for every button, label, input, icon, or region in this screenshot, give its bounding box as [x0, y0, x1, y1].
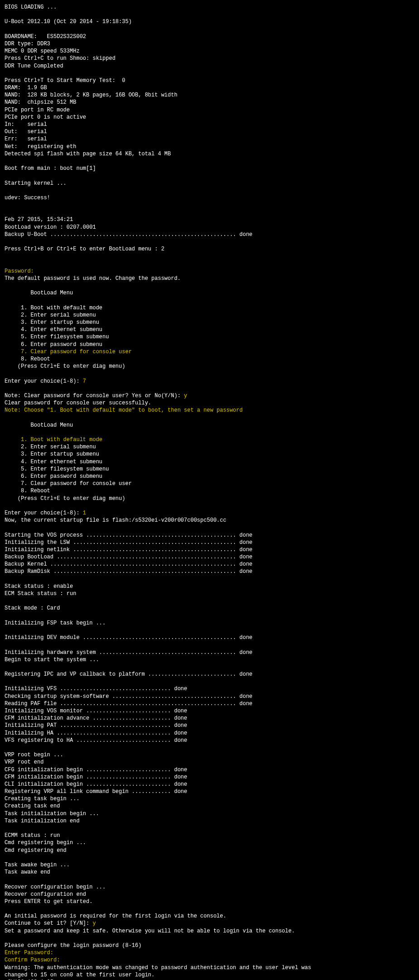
terminal-span: Enter your choice(1-8): [5, 378, 83, 384]
terminal-line: Detected spi flash with page size 64 KB,… [5, 151, 171, 157]
terminal-line: Confirm Password: [5, 957, 60, 963]
terminal-line: Initializing VOS monitor ...............… [5, 708, 187, 714]
terminal-line: Checking startup system-software .......… [5, 693, 252, 700]
terminal-line: Err: serial [5, 136, 47, 142]
terminal-line: Initializing PAT .......................… [5, 722, 187, 729]
terminal-line: Enter Password: [5, 950, 53, 956]
terminal-span: 1 [83, 510, 86, 516]
terminal-line: MEMC 0 DDR speed 533MHz [5, 48, 80, 54]
terminal-line: BOARDNAME: ES5D2S32S002 [5, 34, 86, 40]
terminal-line: Press Ctrl+B or Ctrl+E to enter BootLoad… [5, 246, 164, 252]
terminal-line: In: serial [5, 121, 47, 128]
terminal-line: Press ENTER to get started. [5, 898, 92, 905]
terminal-span: Continue to set it? [Y/N]: [5, 920, 92, 927]
terminal-line: Initializing hardware system ...........… [5, 649, 252, 656]
terminal-line: 6. Enter password submenu [5, 341, 102, 348]
terminal-line: Recover configuration end [5, 891, 86, 898]
terminal-line: NAND: chipsize 512 MB [5, 99, 76, 106]
terminal-line: Initializing FSP task begin ... [5, 620, 106, 626]
terminal-line: Stack mode : Card [5, 605, 60, 611]
terminal-line: Warning: The authentication mode was cha… [5, 965, 311, 971]
terminal-line: Reading PAF file .......................… [5, 701, 252, 707]
terminal-line: 4. Enter ethernet submenu [5, 459, 102, 465]
terminal-line: Cmd registering begin ... [5, 840, 86, 846]
terminal-line: Task awake end [5, 869, 50, 875]
terminal-line: Please configure the login password (8-1… [5, 942, 141, 949]
terminal-line: Cmd registering end [5, 847, 67, 854]
terminal-span: y [184, 393, 187, 399]
terminal-line: Backup RamDisk .........................… [5, 568, 252, 575]
terminal-line: Initializing DEV module ................… [5, 634, 252, 641]
terminal-line: CFG initialization begin ...............… [5, 767, 187, 773]
terminal-line: Creating task begin ... [5, 796, 80, 802]
terminal-line: changed to 15 on con0 at the first user … [5, 972, 154, 978]
terminal-line: PCIe port in RC mode [5, 107, 70, 113]
terminal-line: CLI initialization begin ...............… [5, 781, 187, 788]
terminal-line: Stack status : enable [5, 583, 73, 590]
terminal-line: An initial password is required for the … [5, 913, 226, 919]
terminal-line: 5. Enter filesystem submenu [5, 334, 109, 340]
terminal-line: 3. Enter startup submenu [5, 451, 99, 457]
terminal-line: U-Boot 2012.10 (Oct 20 2014 - 19:18:35) [5, 19, 132, 25]
terminal-line: Task initialization begin ... [5, 811, 99, 817]
terminal-line: BootLoad version : 0207.0001 [5, 224, 96, 231]
terminal-line: Initializing VFS .......................… [5, 686, 187, 692]
terminal-line: BIOS LOADING ... [5, 4, 57, 10]
terminal-line: Backup Kernel ..........................… [5, 561, 252, 567]
terminal-span: 7 [83, 378, 86, 384]
terminal-line: Starting kernel ... [5, 180, 67, 187]
terminal-line: BootLoad Menu [5, 422, 73, 428]
terminal-line: Now, the current startup file is flash:/… [5, 517, 226, 524]
terminal-line: The default password is used now. Change… [5, 275, 181, 282]
terminal-line: Initializing netlink ...................… [5, 547, 252, 553]
terminal-line: ECMM status : run [5, 832, 60, 839]
terminal-line: (Press Ctrl+E to enter diag menu) [5, 363, 125, 370]
terminal-line: 1. Boot with default mode [5, 305, 102, 311]
terminal-line: 4. Enter ethernet submenu [5, 327, 102, 333]
terminal-line: Press Ctrl+T to Start Memory Test: 0 [5, 77, 125, 84]
terminal-line: 6. Enter password submenu [5, 473, 102, 480]
terminal-line: 2. Enter serial submenu [5, 444, 96, 450]
terminal-line: DDR Tune Completed [5, 63, 63, 69]
terminal-line: Clear password for console user successf… [5, 400, 151, 406]
terminal-line: Task initialization end [5, 818, 80, 824]
terminal-line: 1. Boot with default mode [5, 437, 102, 443]
terminal-line: Starting the VOS process ...............… [5, 532, 252, 538]
terminal-line: VRP root begin ... [5, 752, 63, 758]
terminal-line: DDR type: DDR3 [5, 41, 50, 47]
terminal-line: Password: [5, 268, 34, 274]
terminal-line: Creating task end [5, 803, 60, 809]
terminal-line: NAND: 128 KB blocks, 2 KB pages, 16B OOB… [5, 92, 178, 98]
terminal-line: 8. Reboot [5, 356, 50, 362]
terminal-line: DRAM: 1.9 GB [5, 85, 47, 91]
terminal-line: Initializing the LSW ...................… [5, 539, 252, 546]
terminal-line: Net: registering eth [5, 144, 76, 150]
terminal-line: ECM Stack status : run [5, 591, 76, 597]
terminal-line: Backup BootLoad ........................… [5, 554, 252, 560]
terminal-line: Begin to start the system ... [5, 657, 99, 663]
terminal-line: BootLoad Menu [5, 290, 73, 296]
terminal-line: 8. Reboot [5, 488, 50, 494]
terminal-line: Set a password and keep it safe. Otherwi… [5, 928, 295, 934]
terminal-line: udev: Success! [5, 195, 50, 201]
terminal-span: Enter your choice(1-8): [5, 510, 83, 516]
terminal-line: Initializing HA ........................… [5, 730, 187, 736]
terminal-line: Task awake begin ... [5, 862, 70, 868]
terminal-line: Boot from main : boot num[1] [5, 165, 96, 172]
terminal-line: 3. Enter startup submenu [5, 319, 99, 326]
terminal-line: (Press Ctrl+E to enter diag menu) [5, 495, 125, 502]
terminal-line: Feb 27 2015, 15:34:21 [5, 216, 73, 223]
terminal-span: Note: Clear password for console user? Y… [5, 393, 184, 399]
terminal-line: PCIe port 0 is not active [5, 114, 86, 120]
terminal-line: VRP root end [5, 759, 43, 765]
terminal-line: 7. Clear password for console user [5, 349, 132, 355]
terminal-line: Backup U-Boot ..........................… [5, 231, 252, 238]
terminal-line: Out: serial [5, 129, 47, 135]
terminal-line: Registering VRP all link command begin .… [5, 788, 187, 795]
terminal-line: 2. Enter serial submenu [5, 312, 96, 318]
terminal-line: CFM initialization advance .............… [5, 715, 187, 721]
terminal-line: 5. Enter filesystem submenu [5, 466, 109, 472]
terminal-line: Recover configuration begin ... [5, 884, 106, 890]
terminal-line: Note: Choose "1. Boot with default mode"… [5, 407, 243, 413]
terminal-line: Registering IPC and VP callback to platf… [5, 671, 252, 677]
